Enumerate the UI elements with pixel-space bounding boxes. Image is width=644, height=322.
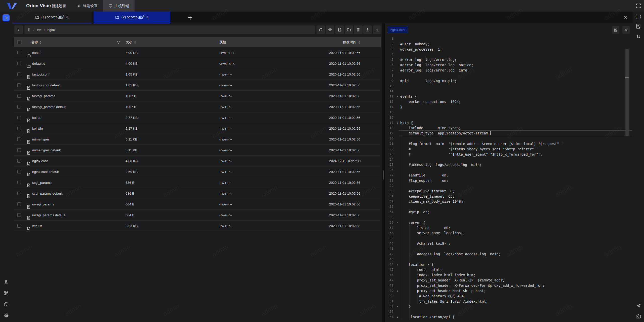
file-name[interactable]: koi-utf (32, 112, 42, 123)
upload-button[interactable] (363, 25, 372, 34)
code-line[interactable]: 36∨ server { (385, 220, 632, 225)
user-icon[interactable] (4, 279, 9, 285)
breadcrumb-segment[interactable]: etc (37, 28, 42, 32)
braces-icon[interactable]: { } (636, 14, 641, 19)
code-line[interactable]: 14} (385, 104, 632, 110)
code-line[interactable]: 48 proxy_set_header X-Forwarded-For $pro… (385, 283, 632, 288)
file-name[interactable]: fastcgi.conf.default (32, 80, 61, 91)
code-line[interactable]: 34 #gzip on; (385, 209, 632, 215)
file-row[interactable]: win-utf3.53 KB-rw-r--r--2020-11-01 10:02… (14, 221, 381, 231)
file-row[interactable]: nginx.conf.default2.59 KB-rw-r--r--2020-… (14, 166, 381, 177)
file-row[interactable]: conf.d4.00 KBdrwxr-xr-x2020-11-01 10:02:… (14, 47, 381, 58)
code-line[interactable]: 5#error_log logs/error.log; (385, 57, 632, 62)
code-line[interactable]: 39 (385, 236, 632, 241)
code-line[interactable]: 10 (385, 84, 632, 89)
code-line[interactable]: 29 (385, 183, 632, 189)
tab-1[interactable]: (1) server-生产-1 (12, 12, 92, 23)
code-line[interactable]: 4 (385, 52, 632, 57)
code-line[interactable]: 24 (385, 157, 632, 162)
row-checkbox[interactable] (17, 116, 21, 119)
code-line[interactable]: 31 keepalive_timeout 65; (385, 194, 632, 199)
refresh-button[interactable] (316, 25, 325, 34)
code-line[interactable]: 35 (385, 215, 632, 220)
code-line[interactable]: 27 sendfile on; (385, 173, 632, 178)
code-line[interactable]: 21 #log_format main '$remote_addr - $rem… (385, 141, 632, 147)
code-line[interactable]: 11 (385, 89, 632, 94)
file-name[interactable]: mime.types.default (32, 145, 61, 156)
breadcrumb-segment[interactable]: nginx (48, 28, 56, 32)
file-row[interactable]: uwsgi_params.default664 B-rw-r--r--2020-… (14, 210, 381, 221)
file-row[interactable]: fastcgi_params1007 B-rw-r--r--2020-11-01… (14, 91, 381, 101)
file-name[interactable]: conf.d (32, 47, 42, 58)
code-line[interactable]: 30 #keepalive_timeout 0; (385, 189, 632, 194)
sort-carets-icon[interactable] (39, 41, 42, 44)
download-button[interactable] (373, 25, 381, 34)
code-editor[interactable]: 12#user nobody;3worker_processes 1;45#er… (385, 36, 632, 322)
code-line[interactable]: 6#error_log logs/error.log notice; (385, 62, 632, 68)
folder-new-button[interactable] (345, 25, 353, 34)
file-name[interactable]: fastcgi_params (32, 91, 55, 101)
close-editor-button[interactable] (622, 26, 630, 34)
row-checkbox[interactable] (17, 170, 21, 173)
back-button[interactable] (14, 25, 23, 34)
filter-icon[interactable] (117, 41, 120, 44)
fold-chevron-icon[interactable]: ∨ (395, 314, 399, 320)
code-line[interactable]: 22 # '$status $body_bytes_sent "$http_re… (385, 147, 632, 152)
swap-vertical-icon[interactable] (636, 34, 641, 39)
column-header-size[interactable]: 大小 (126, 37, 136, 47)
file-row[interactable]: koi-win2.17 KB-rw-r--r--2020-11-01 10:02… (14, 123, 381, 134)
code-line[interactable]: 9#pid logs/nginx.pid; (385, 78, 632, 84)
code-line[interactable]: 38 server_name localhost; (385, 230, 632, 236)
sort-carets-icon[interactable] (358, 41, 360, 44)
file-name[interactable]: default.d (32, 58, 45, 69)
file-name[interactable]: scgi_params (32, 177, 52, 188)
add-tab-icon[interactable] (187, 15, 193, 20)
file-name[interactable]: uwsgi_params (32, 199, 54, 210)
trash-button[interactable] (354, 25, 363, 34)
code-line[interactable]: 53 (385, 309, 632, 314)
code-line[interactable]: 18 include mime.types; (385, 125, 632, 131)
code-line[interactable]: 12∨events { (385, 94, 632, 99)
row-checkbox[interactable] (17, 83, 21, 87)
file-row[interactable]: fastcgi.conf.default1.05 KB-rw-r--r--202… (14, 80, 381, 91)
file-name[interactable]: scgi_params.default (32, 188, 63, 199)
camera-icon[interactable] (636, 314, 641, 319)
row-checkbox[interactable] (17, 62, 21, 65)
file-name[interactable]: nginx.conf (32, 156, 48, 166)
file-name[interactable]: win-utf (32, 221, 42, 231)
eye-button[interactable] (326, 25, 334, 34)
code-line[interactable]: 46 index index.html index.htm; (385, 272, 632, 278)
file-row[interactable]: default.d4.00 KBdrwxr-xr-x2020-11-01 10:… (14, 58, 381, 69)
row-checkbox[interactable] (17, 127, 21, 130)
column-header-mtime[interactable]: 修改时间 (343, 37, 360, 47)
paper-plane-icon[interactable] (636, 303, 641, 308)
row-checkbox[interactable] (17, 94, 21, 98)
code-line[interactable]: 52∨ } (385, 304, 632, 309)
file-name[interactable]: nginx.conf.default (32, 166, 59, 177)
row-checkbox[interactable] (17, 159, 21, 163)
gear-icon[interactable] (4, 313, 9, 318)
code-line[interactable]: 19 default_type application/octet-stream… (385, 131, 632, 136)
code-line[interactable]: 17∨http { (385, 120, 632, 126)
row-checkbox[interactable] (17, 202, 21, 206)
fold-chevron-icon[interactable]: ∨ (395, 304, 399, 309)
file-name[interactable]: koi-win (32, 123, 43, 134)
file-row[interactable]: scgi_params636 B-rw-r--r--2020-11-01 10:… (14, 177, 381, 188)
row-checkbox[interactable] (17, 192, 21, 195)
menu-item-new-connection[interactable]: 新建连接 (40, 0, 72, 12)
code-line[interactable]: 54∨ location /orion/api { (385, 314, 632, 320)
file-row[interactable]: fastcgi_params.default1007 B-rw-r--r--20… (14, 101, 381, 112)
file-name[interactable]: fastcgi.conf (32, 69, 49, 80)
fold-chevron-icon[interactable]: ∨ (395, 94, 399, 99)
sftp-panel-close-icon[interactable] (623, 15, 627, 20)
row-checkbox[interactable] (17, 181, 21, 184)
menu-item-host-terminal[interactable]: 主机终端 (103, 0, 135, 12)
fullscreen-icon[interactable] (636, 3, 641, 8)
row-checkbox[interactable] (17, 224, 21, 228)
file-row[interactable]: mime.types.default5.11 KB-rw-r--r--2020-… (14, 145, 381, 156)
code-line[interactable]: 23 # '"$http_user_agent" "$http_x_forwar… (385, 152, 632, 157)
code-line[interactable]: 25 #access_log logs/access.log main; (385, 162, 632, 167)
code-line[interactable]: 28 #tcp_nopush on; (385, 178, 632, 183)
code-line[interactable]: 37 listen 80; (385, 225, 632, 231)
panel-resize-divider[interactable] (382, 23, 385, 322)
